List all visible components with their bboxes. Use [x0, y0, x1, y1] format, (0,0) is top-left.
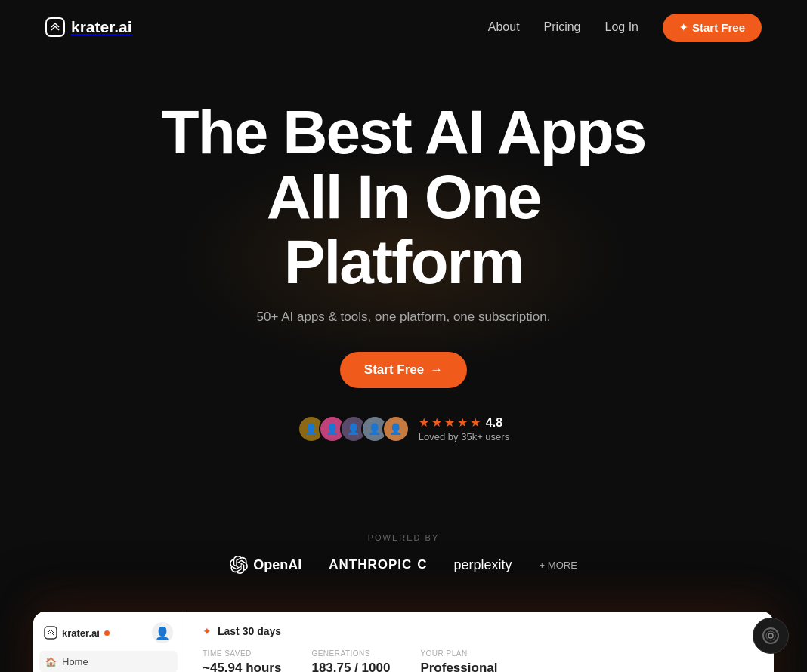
- hero-headline: The Best AI Apps All In One Platform: [139, 100, 668, 294]
- circle-icon: [762, 627, 779, 644]
- navbar: krater.ai About Pricing Log In ✦ Start F…: [0, 0, 807, 54]
- stat-plan: YOUR PLAN Professional: [420, 649, 497, 672]
- dashboard-sidebar: krater.ai 👤 🏠 Home 📊 Dashboard 📁 History…: [33, 612, 184, 672]
- logo-text: krater.ai: [71, 18, 132, 36]
- hero-section: The Best AI Apps All In One Platform 50+…: [0, 54, 807, 518]
- loved-by-text: Loved by 35k+ users: [419, 431, 509, 442]
- bottom-right-button[interactable]: [753, 618, 789, 654]
- last30-label: Last 30 days: [218, 625, 281, 637]
- star-4: ★: [457, 415, 468, 430]
- social-proof: 👤 👤 👤 👤 👤 ★ ★ ★ ★ ★ 4.8 Loved by 35k+ us…: [15, 415, 792, 442]
- stat-plan-value: Professional: [420, 661, 497, 672]
- sidebar-dot: [104, 630, 110, 636]
- backslash: C: [417, 557, 426, 572]
- logo-icon: krater.ai: [45, 17, 132, 37]
- hero-line1: The Best AI Apps: [162, 97, 646, 166]
- stat-gen-label: GENERATIONS: [311, 649, 390, 658]
- stat-gen-value: 183.75 / 1000: [311, 661, 390, 672]
- target-icon: [765, 630, 776, 641]
- dashboard-inner: krater.ai 👤 🏠 Home 📊 Dashboard 📁 History…: [33, 612, 774, 672]
- sidebar-logo-icon: [44, 626, 57, 640]
- logo-link[interactable]: krater.ai: [45, 17, 132, 37]
- stat-generations: GENERATIONS 183.75 / 1000: [311, 649, 390, 672]
- rating-number: 4.8: [486, 416, 502, 430]
- brand-anthropic: ANTHROPIC C: [329, 557, 426, 572]
- logo-svg: [45, 17, 65, 37]
- nav-login[interactable]: Log In: [604, 20, 638, 34]
- hero-content: The Best AI Apps All In One Platform 50+…: [0, 54, 807, 518]
- svg-rect-1: [45, 627, 57, 639]
- avatars-group: 👤 👤 👤 👤 👤: [298, 415, 410, 442]
- openai-text: OpenAI: [253, 557, 301, 573]
- rating-block: ★ ★ ★ ★ ★ 4.8 Loved by 35k+ users: [419, 415, 509, 442]
- dash-header: ✦ Last 30 days: [203, 625, 756, 637]
- sidebar-nav-home[interactable]: 🏠 Home: [39, 651, 178, 672]
- plus-more-text: + MORE: [540, 559, 577, 571]
- nav-about[interactable]: About: [488, 20, 520, 34]
- svg-point-2: [768, 633, 773, 638]
- stat-time-label: TIME SAVED: [203, 649, 281, 658]
- stars-row: ★ ★ ★ ★ ★ 4.8: [419, 415, 502, 430]
- hero-line2: All In One Platform: [267, 162, 541, 296]
- nav-links: About Pricing Log In ✦ Start Free: [488, 14, 762, 42]
- star-5: ★: [470, 415, 481, 430]
- stats-row: TIME SAVED ~45.94 hours GENERATIONS 183.…: [203, 649, 756, 672]
- powered-by-label: POWERED BY: [0, 533, 807, 542]
- brand-logos: OpenAI ANTHROPIC C perplexity + MORE: [0, 556, 807, 574]
- stat-plan-label: YOUR PLAN: [420, 649, 497, 658]
- stat-time-saved: TIME SAVED ~45.94 hours: [203, 649, 281, 672]
- user-avatar[interactable]: 👤: [152, 622, 173, 643]
- sidebar-logo-text: krater.ai: [62, 627, 100, 639]
- sidebar-logo-area: krater.ai: [44, 626, 110, 640]
- home-icon: 🏠: [45, 657, 56, 667]
- anthropic-text: ANTHROPIC: [329, 557, 412, 572]
- dashboard-preview: krater.ai 👤 🏠 Home 📊 Dashboard 📁 History…: [33, 612, 774, 672]
- star-1: ★: [419, 415, 429, 430]
- brand-openai: OpenAI: [230, 556, 301, 574]
- nav-pricing[interactable]: Pricing: [544, 20, 581, 34]
- svg-point-3: [766, 631, 775, 640]
- nav-cta-label: Start Free: [692, 21, 745, 34]
- sidebar-home-label: Home: [62, 656, 88, 667]
- brand-perplexity: perplexity: [454, 557, 512, 573]
- last30-icon: ✦: [203, 625, 212, 637]
- star-3: ★: [444, 415, 455, 430]
- hero-cta-label: Start Free: [364, 362, 424, 378]
- sidebar-top: krater.ai 👤: [33, 622, 184, 651]
- perplexity-text: perplexity: [454, 557, 512, 573]
- stat-time-value: ~45.94 hours: [203, 661, 281, 672]
- star-2: ★: [431, 415, 442, 430]
- hero-start-free-button[interactable]: Start Free →: [340, 352, 467, 388]
- hero-subheadline: 50+ AI apps & tools, one platform, one s…: [15, 310, 792, 325]
- nav-start-free-button[interactable]: ✦ Start Free: [663, 14, 762, 42]
- openai-icon: [230, 556, 248, 574]
- hero-cta-arrow: →: [430, 362, 443, 378]
- dashboard-main: ✦ Last 30 days TIME SAVED ~45.94 hours G…: [184, 612, 774, 672]
- spark-icon: ✦: [679, 22, 688, 33]
- avatar-5: 👤: [382, 415, 410, 442]
- powered-by-section: POWERED BY OpenAI ANTHROPIC C perplexity…: [0, 518, 807, 612]
